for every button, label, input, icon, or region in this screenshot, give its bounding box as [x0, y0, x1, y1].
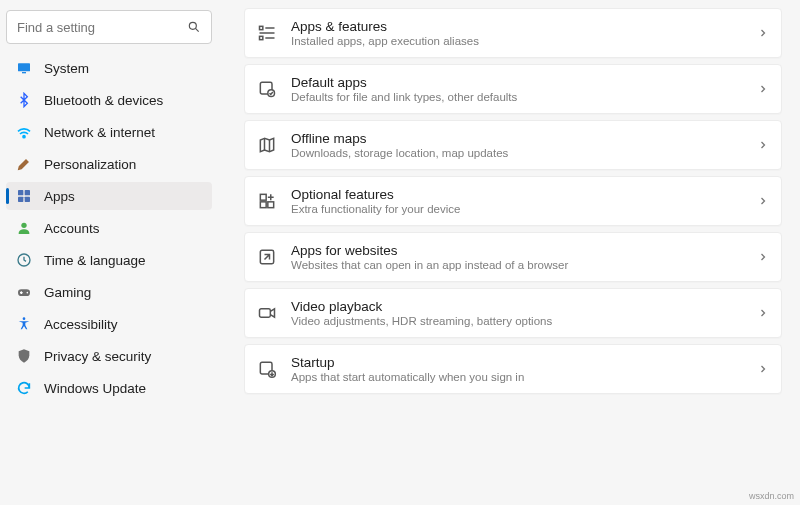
sidebar-item-label: Apps [44, 189, 75, 204]
card-startup[interactable]: Startup Apps that start automatically wh… [244, 344, 782, 394]
system-icon [16, 60, 32, 76]
sidebar-item-label: Accessibility [44, 317, 118, 332]
svg-rect-14 [21, 291, 22, 294]
svg-point-0 [189, 22, 196, 29]
card-title: Apps & features [291, 19, 743, 34]
chevron-right-icon [757, 83, 769, 95]
sidebar-item-label: Bluetooth & devices [44, 93, 163, 108]
svg-rect-8 [25, 197, 30, 202]
svg-line-1 [195, 28, 198, 31]
card-offline-maps[interactable]: Offline maps Downloads, storage location… [244, 120, 782, 170]
card-subtitle: Installed apps, app execution aliases [291, 35, 743, 47]
chevron-right-icon [757, 251, 769, 263]
card-subtitle: Downloads, storage location, map updates [291, 147, 743, 159]
svg-point-15 [23, 317, 26, 320]
card-texts: Apps & features Installed apps, app exec… [291, 19, 743, 47]
card-subtitle: Websites that can open in an app instead… [291, 259, 743, 271]
apps-websites-icon [257, 247, 277, 267]
card-title: Apps for websites [291, 243, 743, 258]
sidebar-item-network-internet[interactable]: Network & internet [6, 118, 212, 146]
search-input[interactable] [17, 20, 187, 35]
apps-features-icon [257, 23, 277, 43]
main-content: Apps & features Installed apps, app exec… [220, 0, 800, 505]
gaming-icon [16, 284, 32, 300]
sidebar-item-windows-update[interactable]: Windows Update [6, 374, 212, 402]
card-apps-features[interactable]: Apps & features Installed apps, app exec… [244, 8, 782, 58]
sidebar-item-accounts[interactable]: Accounts [6, 214, 212, 242]
chevron-right-icon [757, 363, 769, 375]
sidebar-item-label: System [44, 61, 89, 76]
svg-rect-7 [18, 197, 23, 202]
card-title: Startup [291, 355, 743, 370]
chevron-right-icon [757, 195, 769, 207]
search-icon [187, 20, 201, 34]
svg-rect-16 [260, 26, 263, 29]
card-texts: Offline maps Downloads, storage location… [291, 131, 743, 159]
svg-point-4 [23, 136, 25, 138]
windows-update-icon [16, 380, 32, 396]
sidebar-item-label: Gaming [44, 285, 91, 300]
card-texts: Apps for websites Websites that can open… [291, 243, 743, 271]
sidebar-item-label: Windows Update [44, 381, 146, 396]
card-subtitle: Video adjustments, HDR streaming, batter… [291, 315, 743, 327]
svg-rect-29 [260, 309, 271, 317]
svg-point-12 [27, 292, 29, 294]
default-apps-icon [257, 79, 277, 99]
card-title: Offline maps [291, 131, 743, 146]
offline-maps-icon [257, 135, 277, 155]
svg-rect-23 [260, 194, 266, 200]
svg-rect-25 [268, 202, 274, 208]
apps-icon [16, 188, 32, 204]
sidebar-item-accessibility[interactable]: Accessibility [6, 310, 212, 338]
sidebar-item-gaming[interactable]: Gaming [6, 278, 212, 306]
card-title: Video playback [291, 299, 743, 314]
card-subtitle: Apps that start automatically when you s… [291, 371, 743, 383]
bluetooth-icon [16, 92, 32, 108]
sidebar-item-label: Time & language [44, 253, 146, 268]
optional-features-icon [257, 191, 277, 211]
sidebar-item-privacy-security[interactable]: Privacy & security [6, 342, 212, 370]
sidebar-item-label: Privacy & security [44, 349, 151, 364]
sidebar-item-apps[interactable]: Apps [6, 182, 212, 210]
sidebar-item-system[interactable]: System [6, 54, 212, 82]
startup-icon [257, 359, 277, 379]
card-texts: Startup Apps that start automatically wh… [291, 355, 743, 383]
video-playback-icon [257, 303, 277, 323]
svg-point-9 [21, 223, 26, 228]
card-subtitle: Defaults for file and link types, other … [291, 91, 743, 103]
sidebar-item-bluetooth-devices[interactable]: Bluetooth & devices [6, 86, 212, 114]
svg-rect-6 [25, 190, 30, 195]
card-subtitle: Extra functionality for your device [291, 203, 743, 215]
svg-rect-18 [260, 36, 263, 39]
card-texts: Optional features Extra functionality fo… [291, 187, 743, 215]
watermark: wsxdn.com [749, 491, 794, 501]
sidebar-item-personalization[interactable]: Personalization [6, 150, 212, 178]
chevron-right-icon [757, 139, 769, 151]
search-box[interactable] [6, 10, 212, 44]
svg-rect-3 [22, 72, 26, 73]
nav-list: System Bluetooth & devices Network & int… [6, 54, 212, 402]
sidebar-item-time-language[interactable]: Time & language [6, 246, 212, 274]
sidebar: System Bluetooth & devices Network & int… [0, 0, 220, 505]
privacy-security-icon [16, 348, 32, 364]
chevron-right-icon [757, 27, 769, 39]
card-apps-for-websites[interactable]: Apps for websites Websites that can open… [244, 232, 782, 282]
svg-rect-5 [18, 190, 23, 195]
card-texts: Default apps Defaults for file and link … [291, 75, 743, 103]
sidebar-item-label: Personalization [44, 157, 136, 172]
card-title: Default apps [291, 75, 743, 90]
network-icon [16, 124, 32, 140]
card-video-playback[interactable]: Video playback Video adjustments, HDR st… [244, 288, 782, 338]
card-texts: Video playback Video adjustments, HDR st… [291, 299, 743, 327]
card-title: Optional features [291, 187, 743, 202]
svg-rect-24 [260, 202, 266, 208]
sidebar-item-label: Network & internet [44, 125, 155, 140]
svg-rect-11 [18, 289, 30, 296]
accounts-icon [16, 220, 32, 236]
accessibility-icon [16, 316, 32, 332]
card-default-apps[interactable]: Default apps Defaults for file and link … [244, 64, 782, 114]
sidebar-item-label: Accounts [44, 221, 100, 236]
chevron-right-icon [757, 307, 769, 319]
card-optional-features[interactable]: Optional features Extra functionality fo… [244, 176, 782, 226]
personalization-icon [16, 156, 32, 172]
